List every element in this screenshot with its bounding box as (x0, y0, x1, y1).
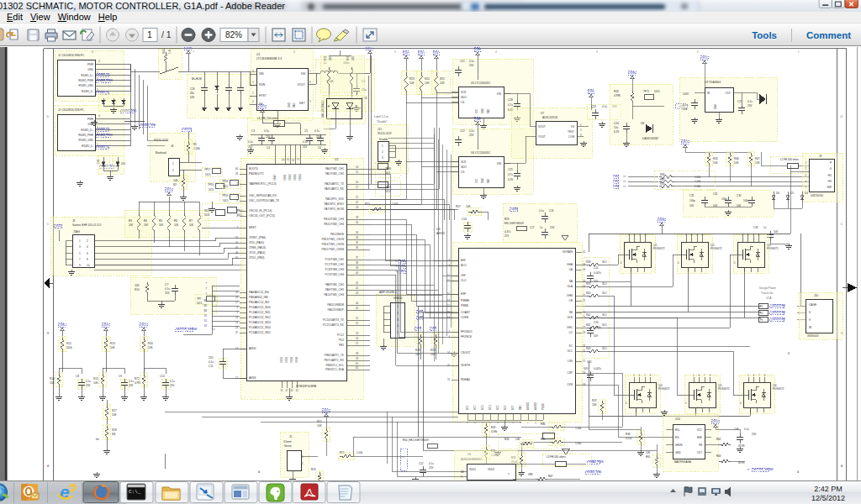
svg-text:REF: REF (697, 436, 702, 439)
svg-text:Y: Y (461, 475, 462, 479)
svg-text:F1: F1 (760, 305, 763, 308)
svg-text:MOTOR_SENSE: MOTOR_SENSE (753, 468, 774, 471)
svg-text:LSS: LSS (568, 360, 573, 363)
svg-text:PA3/UART2_RX: PA3/UART2_RX (325, 187, 345, 191)
svg-text:U9 TDA3664: U9 TDA3664 (705, 81, 721, 84)
svg-text:SDO: SDO (461, 165, 467, 169)
svg-text:L2 FB 180 ohms: L2 FB 180 ohms (780, 158, 800, 161)
svg-text:PB10/TIM2_CH3: PB10/TIM2_CH3 (324, 218, 344, 221)
svg-text:4.7u: 4.7u (508, 103, 513, 107)
svg-text:FDS6672: FDS6672 (710, 247, 722, 250)
svg-text:PB6/UART1_TX: PB6/UART1_TX (325, 354, 345, 357)
svg-text:A: A (797, 470, 800, 474)
svg-text:(VCC: (VCC (712, 420, 720, 423)
svg-text:R1: R1 (193, 143, 197, 146)
svg-text:0.1u: 0.1u (539, 209, 544, 213)
svg-text:OSC32_IN_(PC14): OSC32_IN_(PC14) (249, 209, 272, 213)
svg-text:D6: D6 (776, 192, 779, 195)
svg-text:GHB: GHB (567, 294, 573, 297)
svg-text:8: 8 (520, 422, 521, 424)
svg-text:FF2/SCK: FF2/SCK (461, 335, 473, 339)
svg-text:PA5/SPI1_SCK: PA5/SPI1_SCK (325, 197, 345, 201)
svg-text:NS: NS (112, 433, 115, 436)
svg-text:R4: R4 (144, 219, 147, 223)
svg-text:(VIN: (VIN (59, 323, 65, 327)
svg-text:CS: CS (461, 101, 464, 104)
svg-text:3: 3 (596, 50, 598, 54)
svg-text:10: 10 (447, 292, 451, 296)
svg-text:PGND: PGND (541, 403, 545, 410)
svg-text:63V: 63V (190, 96, 194, 99)
svg-text:NC2: NC2 (473, 405, 477, 410)
svg-text:PC4/ADC12_IN14: PC4/ADC12_IN14 (249, 326, 271, 329)
svg-text:1u: 1u (763, 226, 767, 229)
svg-text:Q6: Q6 (773, 384, 777, 387)
svg-text:C20: C20 (587, 360, 592, 364)
svg-text:PA10/TIM1_CH3: PA10/TIM1_CH3 (324, 293, 344, 297)
svg-text:U6 LTC2450IDC: U6 LTC2450IDC (471, 151, 491, 155)
svg-text:J6: J6 (171, 144, 174, 148)
svg-text:RS485_PWR: RS485_PWR (78, 134, 94, 137)
svg-text:50: 50 (235, 241, 239, 244)
svg-text:CSOUT: CSOUT (461, 351, 470, 354)
svg-text:"Disable": "Disable" (377, 120, 388, 123)
svg-text:PA1/TIM2_CH2: PA1/TIM2_CH2 (325, 172, 344, 176)
svg-text:(25V: (25V (103, 323, 109, 327)
svg-text:NC5: NC5 (496, 405, 499, 410)
svg-text:0.1u: 0.1u (469, 129, 474, 133)
svg-text:4.99k: 4.99k (491, 430, 498, 433)
svg-text:PA2/UART2_TX: PA2/UART2_TX (325, 182, 345, 186)
svg-text:90120-0123: 90120-0123 (378, 132, 392, 135)
svg-text:(5V: (5V (404, 51, 409, 55)
svg-text:VSS3: VSS3 (290, 356, 293, 363)
svg-text:28: 28 (235, 172, 239, 176)
svg-text:VSS1: VSS1 (280, 356, 283, 363)
svg-text:HW: HW (615, 185, 619, 188)
svg-text:TP71: TP71 (643, 90, 650, 93)
svg-text:33.2: 33.2 (602, 347, 607, 350)
svg-text:NC7: NC7 (511, 405, 515, 410)
svg-text:R36: R36 (626, 433, 631, 436)
svg-text:R10: R10 (135, 288, 140, 291)
svg-text:41: 41 (356, 281, 359, 285)
svg-text:RS+: RS+ (675, 428, 680, 432)
svg-text:33R: 33R (528, 473, 533, 476)
svg-text:Design Power: Design Power (759, 286, 777, 290)
svg-text:25V: 25V (469, 64, 473, 67)
svg-text:5VIN: 5VIN (658, 218, 665, 222)
svg-text:PWAD_PWR: PWAD_PWR (589, 460, 604, 464)
svg-text:10K: 10K (755, 161, 760, 165)
svg-text:10K: 10K (713, 161, 718, 165)
svg-text:36: 36 (356, 246, 359, 249)
svg-text:17: 17 (356, 186, 359, 189)
svg-text:33: 33 (356, 231, 359, 234)
svg-text:BOOT0: BOOT0 (249, 167, 258, 171)
svg-text:C24: C24 (614, 122, 619, 125)
svg-text:JTRST_(PB4): JTRST_(PB4) (249, 236, 266, 239)
svg-text:IN: IN (707, 92, 710, 95)
svg-text:VCC: VCC (475, 108, 478, 113)
svg-text:TP45: TP45 (385, 186, 392, 189)
svg-text:0.1u: 0.1u (165, 287, 170, 291)
svg-text:DA04D50DBZ: DA04D50DBZ (642, 137, 658, 140)
svg-text:R50: R50 (660, 182, 665, 186)
svg-text:JTAG: JTAG (73, 230, 80, 234)
svg-text:Sense: Sense (284, 444, 292, 448)
svg-text:0.1u: 0.1u (469, 60, 474, 63)
svg-text:50V: 50V (594, 334, 598, 338)
svg-text:Bootload: Bootload (156, 151, 166, 155)
svg-text:L4_FB_150 ohms: L4_FB_150 ohms (257, 117, 279, 120)
svg-text:PC1/ADC12_IN11: PC1/ADC12_IN11 (249, 311, 271, 314)
svg-text:1.00k: 1.00k (575, 427, 582, 430)
svg-text:533750510: 533750510 (811, 194, 823, 197)
svg-text:10: 10 (535, 422, 537, 424)
svg-text:52: 52 (356, 322, 359, 325)
svg-text:(VB: (VB (475, 118, 480, 121)
svg-text:GLA: GLA (568, 285, 573, 288)
svg-text:59: 59 (356, 357, 359, 360)
svg-text:MOTOR_SENSE: MOTOR_SENSE (177, 328, 197, 331)
svg-text:42: 42 (356, 286, 359, 290)
svg-text:R19: R19 (311, 468, 316, 471)
svg-text:ISET: ISET (299, 102, 305, 105)
svg-text:R63: R63 (716, 454, 721, 458)
